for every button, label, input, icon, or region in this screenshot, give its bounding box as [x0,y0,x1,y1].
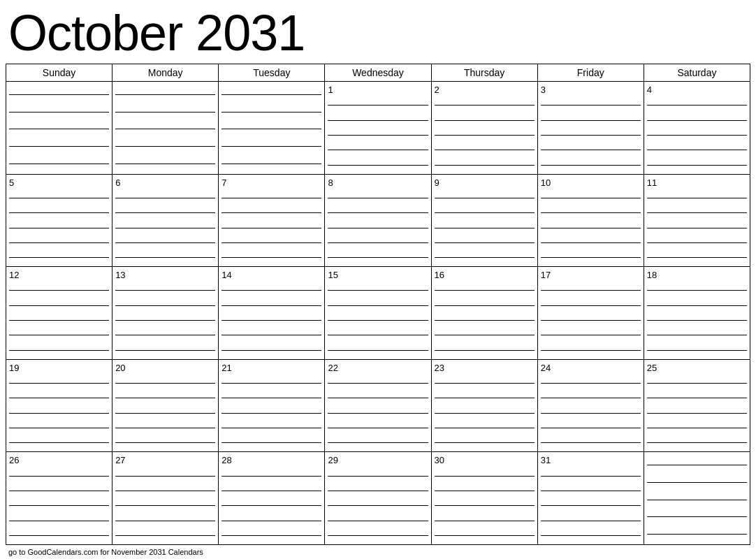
calendar-line [115,505,215,506]
calendar-line [435,335,535,335]
day-number: 21 [221,363,321,373]
calendar-line [221,112,321,112]
calendar-line [435,428,535,428]
calendar-line [9,305,109,306]
calendar-line [647,212,747,213]
calendar-line [115,320,215,321]
calendar-line [328,305,428,306]
day-lines [115,467,215,543]
day-cell: 8 [325,175,431,267]
week-row-1: 567891011 [6,175,750,268]
calendar-line [115,335,215,335]
calendar-line [541,476,641,477]
calendar-line [115,413,215,414]
day-lines [115,375,215,451]
calendar-line [647,413,747,414]
calendar-line [647,198,747,198]
day-number: 15 [328,270,428,280]
calendar-line [9,350,109,351]
calendar-line [435,398,535,398]
calendar-line [435,105,535,106]
calendar-line [541,212,641,213]
day-cell: 10 [538,175,644,267]
day-cell: 6 [112,175,219,267]
calendar-line [541,383,641,384]
day-number: 8 [328,177,428,188]
calendar-line [541,135,641,136]
calendar-line [9,112,109,112]
calendar-line [328,242,428,243]
calendar-line [115,212,215,213]
calendar-line [328,290,428,291]
calendar-line [115,305,215,306]
calendar-line [9,164,109,164]
calendar-line [221,350,321,351]
day-header: Monday [112,64,219,81]
calendar-line [221,146,321,147]
day-lines [9,467,109,543]
day-number: 19 [9,363,109,373]
calendar-line [435,290,535,291]
day-cell: 13 [112,267,219,359]
calendar-line [221,257,321,258]
calendar-line [328,442,428,443]
calendar-line [328,428,428,428]
calendar-line [221,290,321,291]
calendar-line [647,465,747,465]
calendar-line [541,305,641,306]
day-header: Sunday [6,64,112,81]
calendar-line [647,320,747,321]
day-number: 1 [328,85,428,95]
day-cell: 26 [6,452,112,544]
calendar-line [9,428,109,428]
calendar-line [9,476,109,477]
day-lines [647,455,747,543]
calendar-line [435,242,535,243]
calendar-line [647,165,747,166]
calendar-line [221,491,321,491]
calendar-line [541,105,641,106]
day-cell: 14 [219,267,325,359]
calendar-line [115,257,215,258]
calendar-line [647,257,747,258]
day-number: 17 [541,270,641,280]
day-lines [435,467,535,543]
day-lines [221,375,321,451]
calendar-line [647,442,747,443]
calendar-line [541,228,641,228]
calendar-line [221,228,321,228]
day-cell [6,82,112,174]
calendar-line [221,521,321,521]
day-cell: 27 [112,452,219,544]
calendar-line [221,535,321,536]
day-number: 9 [435,177,535,188]
day-cell: 2 [432,82,538,174]
calendar-line [328,150,428,150]
calendar-line [435,320,535,321]
month-title: October 2031 [6,0,750,64]
day-lines [328,467,428,543]
calendar-line [328,212,428,213]
calendar-line [115,242,215,243]
calendar-line [328,350,428,351]
calendar-line [435,135,535,136]
week-row-0: 1234 [6,82,750,175]
calendar-line [647,120,747,121]
calendar-line [9,320,109,321]
calendar-line [9,290,109,291]
calendar-line [115,228,215,228]
week-row-2: 12131415161718 [6,267,750,360]
day-cell: 25 [644,360,750,452]
day-number: 20 [115,363,215,373]
calendar-line [115,491,215,491]
day-cell: 18 [644,267,750,359]
calendar-line [221,242,321,243]
day-header: Wednesday [325,64,431,81]
calendar-line [435,228,535,228]
calendar-line [435,491,535,491]
calendar-line [9,257,109,258]
day-lines [541,282,641,358]
day-cell: 16 [432,267,538,359]
day-lines [541,467,641,543]
calendar-line [9,212,109,213]
